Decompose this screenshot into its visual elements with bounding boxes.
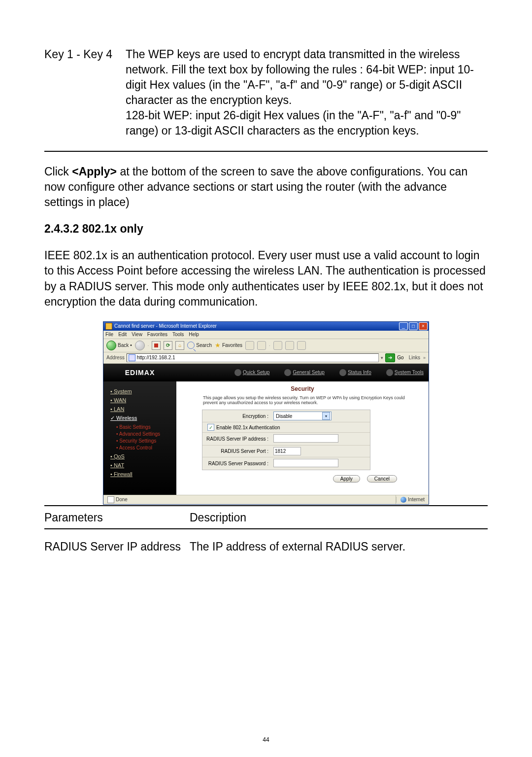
divider <box>44 151 488 152</box>
refresh-button[interactable]: ⟳ <box>164 341 172 350</box>
mail-button[interactable] <box>257 341 266 350</box>
internet-zone-icon <box>400 497 406 503</box>
sidebar-item-wan[interactable]: WAN <box>110 397 171 403</box>
nav-general-setup[interactable]: General Setup <box>284 369 325 376</box>
col-parameters: Parameters <box>44 511 190 524</box>
sidebar-item-lan[interactable]: LAN <box>110 406 171 412</box>
back-button[interactable]: Back • <box>106 341 132 350</box>
ie-window: Cannot find server - Microsoft Internet … <box>103 322 429 504</box>
nav-quick-setup[interactable]: Quick Setup <box>234 369 269 376</box>
status-bar: Done Internet <box>103 495 429 504</box>
globe-icon <box>386 369 393 376</box>
apply-button[interactable]: Apply <box>333 475 360 482</box>
home-button[interactable]: ⌂ <box>175 341 184 350</box>
radius-port-label: RADIUS Server Port : <box>202 447 271 456</box>
search-button[interactable]: Search <box>187 342 212 349</box>
enable-8021x-checkbox[interactable]: ✓ <box>207 424 214 431</box>
globe-icon <box>284 369 291 376</box>
top-nav: Quick Setup General Setup Status Info Sy… <box>176 364 429 381</box>
wep-key-row: Key 1 - Key 4 The WEP keys are used to e… <box>44 47 488 138</box>
radius-ip-input[interactable] <box>273 434 338 443</box>
wep-key-label: Key 1 - Key 4 <box>44 47 126 138</box>
nav-status-info[interactable]: Status Info <box>339 369 371 376</box>
chevron-down-icon: ▾ <box>322 412 330 420</box>
radius-pw-input[interactable] <box>273 459 338 467</box>
close-button[interactable]: × <box>419 322 428 330</box>
status-zone: Internet <box>408 497 425 502</box>
sidebar-sub-security[interactable]: Security Settings <box>116 438 171 444</box>
star-icon: ★ <box>215 342 221 349</box>
enable-8021x-label: Enable 802.1x Authentication <box>216 425 280 430</box>
search-icon <box>187 342 195 349</box>
page-icon <box>107 496 114 503</box>
radius-ip-label: RADIUS Server IP address : <box>202 434 271 444</box>
go-label: Go <box>397 355 403 360</box>
param-name: RADIUS Server IP address <box>44 540 190 553</box>
menu-bar: File Edit View Favorites Tools Help <box>103 331 429 339</box>
url-text: http://192.168.2.1 <box>137 355 175 360</box>
radius-pw-label: RADIUS Server Password : <box>202 459 271 468</box>
history-button[interactable] <box>245 341 254 350</box>
panel-title: Security <box>183 385 422 392</box>
side-nav: System WAN LAN ✓ Wireless Basic Settings… <box>103 381 176 495</box>
sidebar-sub-access[interactable]: Access Control <box>116 445 171 450</box>
panel-desc: This page allows you setup the wireless … <box>203 395 405 406</box>
maximize-button[interactable]: □ <box>409 322 418 330</box>
wep-key-desc: The WEP keys are used to encrypt data tr… <box>126 47 488 138</box>
edit-button[interactable] <box>285 341 294 350</box>
menu-view[interactable]: View <box>132 332 142 337</box>
address-label: Address <box>106 355 125 360</box>
menu-favorites[interactable]: Favorites <box>147 332 167 337</box>
encryption-label: Encryption : <box>202 412 271 421</box>
menu-help[interactable]: Help <box>189 332 199 337</box>
back-icon <box>106 341 116 350</box>
page-number: 44 <box>0 736 532 743</box>
col-description: Description <box>190 511 246 524</box>
window-title: Cannot find server - Microsoft Internet … <box>114 323 399 329</box>
toolbar: Back • · ⟳ ⌂ Search ★Favorites · <box>103 339 429 352</box>
param-table-header: Parameters Description <box>44 511 488 524</box>
go-button[interactable]: ➔ <box>385 353 395 362</box>
window-titlebar[interactable]: Cannot find server - Microsoft Internet … <box>103 322 429 331</box>
sidebar-item-qos[interactable]: QoS <box>110 453 171 459</box>
brand-logo: EDIMAX <box>125 369 155 377</box>
sidebar-item-wireless[interactable]: ✓ Wireless <box>110 415 171 421</box>
address-bar: Address http://192.168.2.1 ▾ ➔ Go Links … <box>103 352 429 364</box>
status-done: Done <box>116 497 128 502</box>
globe-icon <box>234 369 241 376</box>
page-icon <box>129 354 135 361</box>
links-label[interactable]: Links <box>409 355 420 360</box>
encryption-value: Disable <box>276 413 292 419</box>
back-label: Back <box>118 343 129 348</box>
sidebar-sub-basic[interactable]: Basic Settings <box>116 424 171 430</box>
discuss-button[interactable] <box>297 341 306 350</box>
divider <box>44 528 488 529</box>
section-heading: 2.4.3.2 802.1x only <box>44 222 488 236</box>
favorites-button[interactable]: ★Favorites <box>215 342 242 349</box>
encryption-select[interactable]: Disable ▾ <box>273 412 332 420</box>
globe-icon <box>339 369 346 376</box>
apply-paragraph: Click <Apply> at the bottom of the scree… <box>44 164 488 210</box>
menu-tools[interactable]: Tools <box>172 332 184 337</box>
menu-edit[interactable]: Edit <box>118 332 127 337</box>
apply-keyword: <Apply> <box>72 165 117 178</box>
sidebar-item-system[interactable]: System <box>110 388 171 394</box>
divider <box>44 505 488 506</box>
stop-button[interactable] <box>152 341 161 350</box>
security-form: Encryption : Disable ▾ ✓ En <box>202 410 370 470</box>
print-button[interactable] <box>273 341 282 350</box>
url-input[interactable]: http://192.168.2.1 <box>127 353 379 362</box>
nav-system-tools[interactable]: System Tools <box>386 369 424 376</box>
radius-port-input[interactable]: 1812 <box>273 447 301 455</box>
forward-button[interactable] <box>135 341 145 350</box>
sidebar-item-firewall[interactable]: Firewall <box>110 471 171 477</box>
section-body: IEEE 802.1x is an authentication protoco… <box>44 248 488 309</box>
cancel-button[interactable]: Cancel <box>367 475 397 482</box>
text: Click <box>44 165 72 178</box>
app-icon <box>105 323 112 330</box>
param-desc: The IP address of external RADIUS server… <box>190 540 405 553</box>
sidebar-item-nat[interactable]: NAT <box>110 462 171 468</box>
minimize-button[interactable]: _ <box>399 322 408 330</box>
menu-file[interactable]: File <box>105 332 113 337</box>
sidebar-sub-advanced[interactable]: Advanced Settings <box>116 431 171 437</box>
